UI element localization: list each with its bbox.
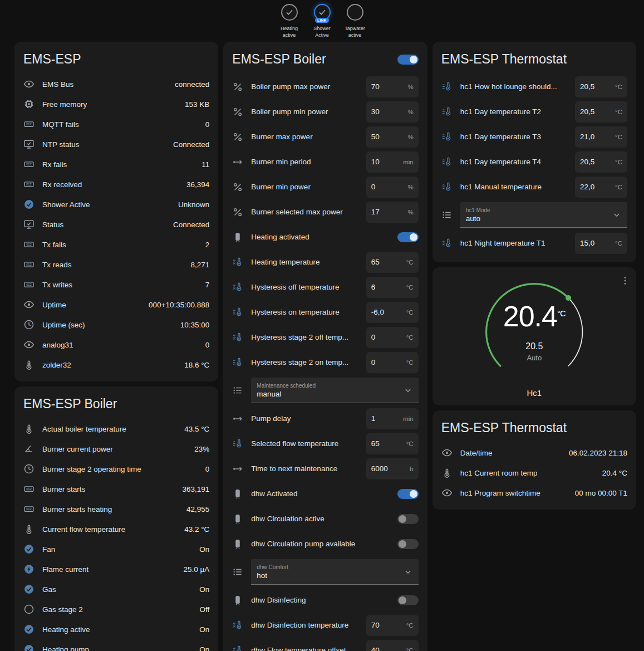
memory-icon xyxy=(23,99,35,110)
entity-row[interactable]: Flame current 25.0 µA xyxy=(14,559,218,579)
control-row: Hysteresis on temperature -6,0 °C xyxy=(223,300,427,325)
entity-row[interactable]: Current flow temperature 43.2 °C xyxy=(14,519,218,539)
target-temperature: 20.5 xyxy=(479,341,590,351)
ray-arrow-icon xyxy=(232,463,243,474)
control-label: dhw Disinfecting xyxy=(251,596,397,604)
clock-icon xyxy=(23,463,35,474)
entity-row[interactable]: Heating pump On xyxy=(14,639,218,651)
number-input[interactable]: 40 °C xyxy=(366,640,419,651)
ray-arrow-icon xyxy=(232,413,243,424)
entity-row[interactable]: Heating active On xyxy=(14,619,218,639)
select-input[interactable]: Maintenance scheduled manual xyxy=(251,378,418,403)
svg-text:012: 012 xyxy=(26,283,32,287)
control-label: Boiler pump min power xyxy=(251,107,366,116)
number-input[interactable]: 6000 h xyxy=(366,458,419,479)
number-input[interactable]: 65 °C xyxy=(366,252,419,273)
toggle-switch[interactable] xyxy=(397,514,419,524)
entity-row[interactable]: Shower Active Unknown xyxy=(14,194,218,214)
entity-row[interactable]: 012 MQTT fails 0 xyxy=(14,114,218,134)
entity-row[interactable]: Gas On xyxy=(14,579,218,599)
select-input[interactable]: dhw Comfort hot xyxy=(251,559,418,585)
entity-row[interactable]: 012 Burner starts heating 42,955 xyxy=(14,499,218,519)
card-master-toggle[interactable] xyxy=(397,55,419,65)
number-input[interactable]: 6 °C xyxy=(366,277,419,298)
number-input[interactable]: 15,0 °C xyxy=(575,233,627,254)
number-input[interactable]: 20,5 °C xyxy=(575,101,627,123)
number-value: 17 xyxy=(371,208,380,216)
entity-label: Gas xyxy=(42,585,56,594)
number-input[interactable]: 50 % xyxy=(366,126,419,148)
entity-row[interactable]: analog31 0 xyxy=(14,335,218,355)
entity-row[interactable]: 012 Tx reads 8,271 xyxy=(14,254,218,275)
control-row: Boiler pump max power 70 % xyxy=(223,74,427,99)
control-label: dhw Circulation pump available xyxy=(251,540,397,548)
status-badge[interactable]: LINK Shower Active xyxy=(307,4,338,38)
thermostat-dial[interactable]: 20.4°C 20.5 Auto xyxy=(479,276,590,376)
entity-row[interactable]: Uptime 000+10:35:00.888 xyxy=(14,295,218,315)
entity-row[interactable]: Burner stage 2 operating time 0 xyxy=(14,459,218,479)
number-input[interactable]: 17 % xyxy=(366,202,419,223)
number-value: 10 xyxy=(371,158,380,166)
entity-row[interactable]: hc1 Program switchtime 00 mo 00:00 T1 xyxy=(432,483,636,503)
entity-row[interactable]: zolder32 18.6 °C xyxy=(14,355,218,375)
toggle-switch[interactable] xyxy=(397,595,419,605)
entity-row[interactable]: hc1 Current room temp 20.4 °C xyxy=(432,463,636,483)
entity-row[interactable]: 012 Tx fails 2 xyxy=(14,234,218,254)
entity-row[interactable]: Actual boiler temperature 43.5 °C xyxy=(14,419,218,439)
number-unit: °C xyxy=(403,440,414,447)
entity-row[interactable]: 012 Tx writes 7 xyxy=(14,275,218,295)
number-input[interactable]: -6,0 °C xyxy=(366,302,419,323)
control-label: Hysteresis stage 2 off temp... xyxy=(251,333,366,341)
number-value: 15,0 xyxy=(580,239,594,247)
status-badge[interactable]: Heating active xyxy=(274,4,305,38)
number-input[interactable]: 0 °C xyxy=(366,352,419,373)
number-input[interactable]: 30 % xyxy=(366,101,419,123)
entity-value: On xyxy=(194,645,209,651)
entity-value: 8,271 xyxy=(185,261,210,269)
entity-row[interactable]: 012 Burner starts 363,191 xyxy=(14,479,218,499)
toggle-switch[interactable] xyxy=(397,232,419,242)
number-input[interactable]: 22,0 °C xyxy=(575,177,627,198)
number-input[interactable]: 20,5 °C xyxy=(575,151,627,173)
entity-row[interactable]: 012 Rx fails 11 xyxy=(14,154,218,174)
select-input[interactable]: hc1 Mode auto xyxy=(460,202,627,228)
entity-row[interactable]: Fan On xyxy=(14,539,218,559)
entity-row[interactable]: EMS Bus connected xyxy=(14,74,218,94)
entity-row[interactable]: 012 Rx received 36,394 xyxy=(14,174,218,194)
number-value: 20,5 xyxy=(580,158,594,166)
entity-value: 153 KB xyxy=(179,100,209,109)
entity-row[interactable]: NTP status Connected xyxy=(14,134,218,154)
number-input[interactable]: 10 min xyxy=(366,151,419,173)
number-input[interactable]: 65 °C xyxy=(366,433,419,454)
number-value: 0 xyxy=(371,358,376,366)
entity-label: Burner starts heating xyxy=(42,505,112,513)
entity-row[interactable]: Gas stage 2 Off xyxy=(14,599,218,619)
toggle-switch[interactable] xyxy=(397,539,419,549)
entity-row[interactable]: Date/time 06.02.2023 21:18 xyxy=(432,443,636,463)
number-input[interactable]: 70 °C xyxy=(366,615,419,636)
toggle-switch[interactable] xyxy=(397,489,419,499)
number-input[interactable]: 0 % xyxy=(366,177,419,198)
eye-icon xyxy=(23,339,35,350)
number-input[interactable]: 1 min xyxy=(366,408,419,429)
status-badge[interactable]: Tapwater active xyxy=(340,4,371,38)
entity-row[interactable]: Free memory 153 KB xyxy=(14,94,218,114)
entity-value: Connected xyxy=(168,221,209,229)
number-input[interactable]: 20,5 °C xyxy=(575,76,627,97)
control-label: Hysteresis on temperature xyxy=(251,308,366,316)
entity-row[interactable]: Burner current power 23% xyxy=(14,439,218,459)
entity-label: Rx fails xyxy=(42,160,67,169)
number-input[interactable]: 0 °C xyxy=(366,327,419,348)
number-input[interactable]: 70 % xyxy=(366,76,419,97)
kebab-menu-icon[interactable] xyxy=(620,275,631,286)
control-row: hc1 Day temperature T3 21,0 °C xyxy=(432,124,636,149)
entity-row[interactable]: Status Connected xyxy=(14,214,218,234)
number-input[interactable]: 21,0 °C xyxy=(575,126,627,148)
entity-label: NTP status xyxy=(42,140,80,149)
number-unit: min xyxy=(400,159,414,165)
control-row: Time to next maintenance 6000 h xyxy=(223,456,427,481)
entity-row[interactable]: Uptime (sec) 10:35:00 xyxy=(14,315,218,335)
right-column: EMS-ESP Thermostat hc1 How hot lounge sh… xyxy=(432,42,636,510)
flash-circle-icon xyxy=(23,564,35,575)
badge-label: Tapwater active xyxy=(341,26,370,38)
